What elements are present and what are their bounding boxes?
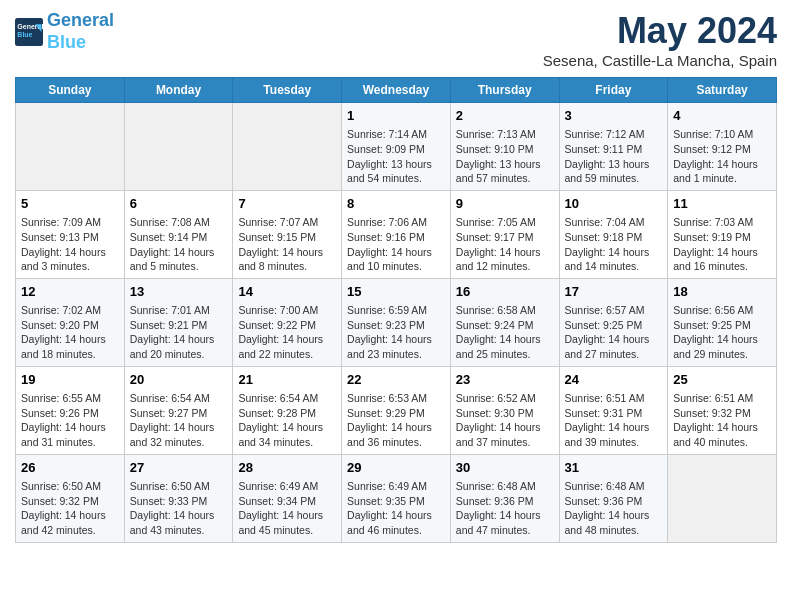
day-number: 31 <box>565 459 663 477</box>
day-number: 26 <box>21 459 119 477</box>
calendar-cell: 31Sunrise: 6:48 AM Sunset: 9:36 PM Dayli… <box>559 454 668 542</box>
calendar-cell: 20Sunrise: 6:54 AM Sunset: 9:27 PM Dayli… <box>124 366 233 454</box>
col-saturday: Saturday <box>668 78 777 103</box>
day-info: Sunrise: 7:07 AM Sunset: 9:15 PM Dayligh… <box>238 215 336 274</box>
calendar-cell: 27Sunrise: 6:50 AM Sunset: 9:33 PM Dayli… <box>124 454 233 542</box>
calendar-week-3: 12Sunrise: 7:02 AM Sunset: 9:20 PM Dayli… <box>16 278 777 366</box>
col-monday: Monday <box>124 78 233 103</box>
title-block: May 2024 Sesena, Castille-La Mancha, Spa… <box>543 10 777 69</box>
day-info: Sunrise: 7:05 AM Sunset: 9:17 PM Dayligh… <box>456 215 554 274</box>
day-info: Sunrise: 6:48 AM Sunset: 9:36 PM Dayligh… <box>456 479 554 538</box>
day-info: Sunrise: 6:51 AM Sunset: 9:32 PM Dayligh… <box>673 391 771 450</box>
day-info: Sunrise: 6:55 AM Sunset: 9:26 PM Dayligh… <box>21 391 119 450</box>
day-info: Sunrise: 7:10 AM Sunset: 9:12 PM Dayligh… <box>673 127 771 186</box>
day-number: 15 <box>347 283 445 301</box>
day-info: Sunrise: 7:04 AM Sunset: 9:18 PM Dayligh… <box>565 215 663 274</box>
calendar-cell: 4Sunrise: 7:10 AM Sunset: 9:12 PM Daylig… <box>668 103 777 191</box>
calendar-cell: 11Sunrise: 7:03 AM Sunset: 9:19 PM Dayli… <box>668 190 777 278</box>
calendar-cell: 22Sunrise: 6:53 AM Sunset: 9:29 PM Dayli… <box>342 366 451 454</box>
calendar-cell: 26Sunrise: 6:50 AM Sunset: 9:32 PM Dayli… <box>16 454 125 542</box>
logo-text: GeneralBlue <box>47 10 114 53</box>
day-number: 11 <box>673 195 771 213</box>
day-number: 17 <box>565 283 663 301</box>
calendar-cell: 10Sunrise: 7:04 AM Sunset: 9:18 PM Dayli… <box>559 190 668 278</box>
day-info: Sunrise: 7:13 AM Sunset: 9:10 PM Dayligh… <box>456 127 554 186</box>
day-info: Sunrise: 6:53 AM Sunset: 9:29 PM Dayligh… <box>347 391 445 450</box>
calendar-cell: 6Sunrise: 7:08 AM Sunset: 9:14 PM Daylig… <box>124 190 233 278</box>
day-number: 27 <box>130 459 228 477</box>
calendar-cell: 7Sunrise: 7:07 AM Sunset: 9:15 PM Daylig… <box>233 190 342 278</box>
day-number: 28 <box>238 459 336 477</box>
calendar-cell: 28Sunrise: 6:49 AM Sunset: 9:34 PM Dayli… <box>233 454 342 542</box>
calendar-cell: 25Sunrise: 6:51 AM Sunset: 9:32 PM Dayli… <box>668 366 777 454</box>
calendar-cell: 1Sunrise: 7:14 AM Sunset: 9:09 PM Daylig… <box>342 103 451 191</box>
day-info: Sunrise: 6:54 AM Sunset: 9:28 PM Dayligh… <box>238 391 336 450</box>
day-number: 30 <box>456 459 554 477</box>
day-number: 1 <box>347 107 445 125</box>
day-info: Sunrise: 6:48 AM Sunset: 9:36 PM Dayligh… <box>565 479 663 538</box>
calendar-week-2: 5Sunrise: 7:09 AM Sunset: 9:13 PM Daylig… <box>16 190 777 278</box>
day-number: 18 <box>673 283 771 301</box>
page-header: General Blue GeneralBlue May 2024 Sesena… <box>15 10 777 69</box>
calendar-cell: 21Sunrise: 6:54 AM Sunset: 9:28 PM Dayli… <box>233 366 342 454</box>
day-info: Sunrise: 7:02 AM Sunset: 9:20 PM Dayligh… <box>21 303 119 362</box>
calendar-week-1: 1Sunrise: 7:14 AM Sunset: 9:09 PM Daylig… <box>16 103 777 191</box>
calendar-cell: 3Sunrise: 7:12 AM Sunset: 9:11 PM Daylig… <box>559 103 668 191</box>
day-info: Sunrise: 6:59 AM Sunset: 9:23 PM Dayligh… <box>347 303 445 362</box>
calendar-cell: 14Sunrise: 7:00 AM Sunset: 9:22 PM Dayli… <box>233 278 342 366</box>
day-number: 16 <box>456 283 554 301</box>
calendar-cell: 18Sunrise: 6:56 AM Sunset: 9:25 PM Dayli… <box>668 278 777 366</box>
col-tuesday: Tuesday <box>233 78 342 103</box>
day-number: 29 <box>347 459 445 477</box>
logo: General Blue GeneralBlue <box>15 10 114 53</box>
day-info: Sunrise: 6:54 AM Sunset: 9:27 PM Dayligh… <box>130 391 228 450</box>
col-sunday: Sunday <box>16 78 125 103</box>
calendar-cell <box>16 103 125 191</box>
day-number: 25 <box>673 371 771 389</box>
calendar-cell: 30Sunrise: 6:48 AM Sunset: 9:36 PM Dayli… <box>450 454 559 542</box>
day-number: 23 <box>456 371 554 389</box>
calendar-cell: 15Sunrise: 6:59 AM Sunset: 9:23 PM Dayli… <box>342 278 451 366</box>
day-number: 6 <box>130 195 228 213</box>
calendar-cell: 8Sunrise: 7:06 AM Sunset: 9:16 PM Daylig… <box>342 190 451 278</box>
location: Sesena, Castille-La Mancha, Spain <box>543 52 777 69</box>
day-number: 8 <box>347 195 445 213</box>
logo-icon: General Blue <box>15 18 43 46</box>
day-number: 13 <box>130 283 228 301</box>
col-wednesday: Wednesday <box>342 78 451 103</box>
day-info: Sunrise: 6:56 AM Sunset: 9:25 PM Dayligh… <box>673 303 771 362</box>
day-info: Sunrise: 7:00 AM Sunset: 9:22 PM Dayligh… <box>238 303 336 362</box>
col-friday: Friday <box>559 78 668 103</box>
day-info: Sunrise: 7:08 AM Sunset: 9:14 PM Dayligh… <box>130 215 228 274</box>
calendar-header-row: Sunday Monday Tuesday Wednesday Thursday… <box>16 78 777 103</box>
calendar-cell: 19Sunrise: 6:55 AM Sunset: 9:26 PM Dayli… <box>16 366 125 454</box>
calendar-cell: 9Sunrise: 7:05 AM Sunset: 9:17 PM Daylig… <box>450 190 559 278</box>
calendar-cell: 17Sunrise: 6:57 AM Sunset: 9:25 PM Dayli… <box>559 278 668 366</box>
page-container: General Blue GeneralBlue May 2024 Sesena… <box>0 0 792 553</box>
day-number: 20 <box>130 371 228 389</box>
day-info: Sunrise: 7:06 AM Sunset: 9:16 PM Dayligh… <box>347 215 445 274</box>
calendar-cell <box>124 103 233 191</box>
calendar-week-5: 26Sunrise: 6:50 AM Sunset: 9:32 PM Dayli… <box>16 454 777 542</box>
calendar-cell: 16Sunrise: 6:58 AM Sunset: 9:24 PM Dayli… <box>450 278 559 366</box>
day-info: Sunrise: 7:14 AM Sunset: 9:09 PM Dayligh… <box>347 127 445 186</box>
day-number: 4 <box>673 107 771 125</box>
day-number: 19 <box>21 371 119 389</box>
day-info: Sunrise: 6:49 AM Sunset: 9:34 PM Dayligh… <box>238 479 336 538</box>
calendar-cell: 5Sunrise: 7:09 AM Sunset: 9:13 PM Daylig… <box>16 190 125 278</box>
calendar-cell <box>233 103 342 191</box>
day-number: 7 <box>238 195 336 213</box>
month-title: May 2024 <box>543 10 777 52</box>
day-number: 22 <box>347 371 445 389</box>
calendar-cell: 29Sunrise: 6:49 AM Sunset: 9:35 PM Dayli… <box>342 454 451 542</box>
col-thursday: Thursday <box>450 78 559 103</box>
day-number: 12 <box>21 283 119 301</box>
day-info: Sunrise: 7:03 AM Sunset: 9:19 PM Dayligh… <box>673 215 771 274</box>
calendar-week-4: 19Sunrise: 6:55 AM Sunset: 9:26 PM Dayli… <box>16 366 777 454</box>
day-number: 10 <box>565 195 663 213</box>
calendar-cell: 24Sunrise: 6:51 AM Sunset: 9:31 PM Dayli… <box>559 366 668 454</box>
day-number: 24 <box>565 371 663 389</box>
day-number: 14 <box>238 283 336 301</box>
day-info: Sunrise: 7:01 AM Sunset: 9:21 PM Dayligh… <box>130 303 228 362</box>
day-info: Sunrise: 6:57 AM Sunset: 9:25 PM Dayligh… <box>565 303 663 362</box>
